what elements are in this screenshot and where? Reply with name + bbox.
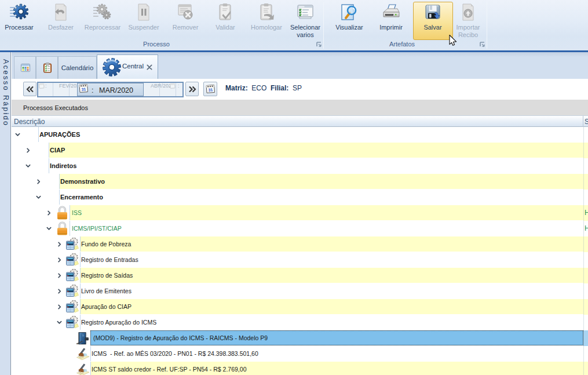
svg-text:31: 31 [208, 88, 213, 92]
